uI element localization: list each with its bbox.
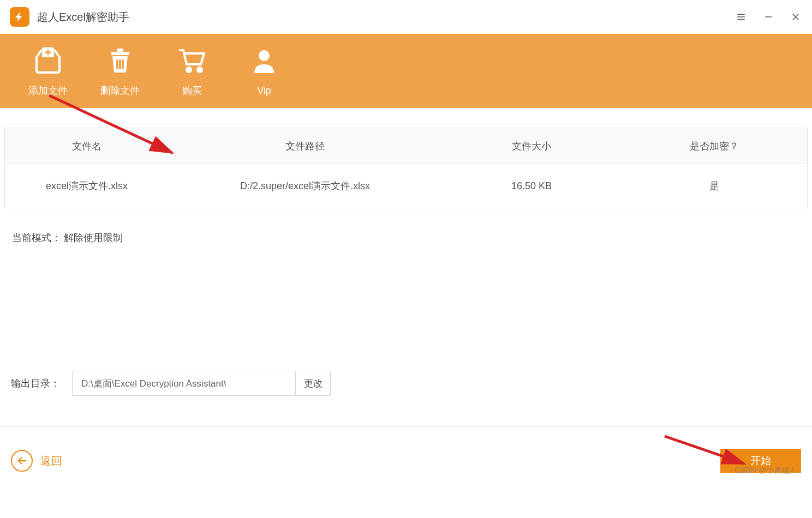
delete-file-button[interactable]: 删除文件 [98, 45, 142, 97]
app-title: 超人Excel解密助手 [37, 10, 129, 25]
svg-rect-9 [111, 52, 129, 55]
back-label: 返回 [40, 454, 62, 468]
svg-rect-13 [122, 59, 124, 69]
purchase-button[interactable]: 购买 [170, 45, 214, 97]
cell-path: D:/2.super/excel演示文件.xlsx [169, 179, 441, 192]
back-button[interactable]: 返回 [11, 450, 62, 472]
user-icon [252, 46, 276, 76]
col-name: 文件名 [5, 140, 169, 153]
watermark: CSDN @小奥超人 [735, 466, 797, 475]
close-icon[interactable] [789, 10, 802, 23]
back-arrow-icon [11, 450, 33, 472]
svg-rect-12 [119, 59, 121, 69]
output-box: 更改 [72, 371, 331, 396]
col-path: 文件路径 [169, 140, 441, 153]
output-label: 输出目录： [11, 377, 60, 390]
mode-label: 当前模式： [12, 232, 61, 243]
menu-icon[interactable] [735, 10, 748, 23]
change-output-button[interactable]: 更改 [295, 371, 330, 395]
minimize-icon[interactable] [762, 10, 775, 23]
toolbar: 添加文件 删除文件 购买 [0, 34, 812, 108]
vip-label: Vip [257, 85, 271, 97]
cell-name: excel演示文件.xlsx [5, 179, 169, 192]
vip-button[interactable]: Vip [242, 46, 286, 97]
cart-icon [178, 45, 206, 75]
output-directory-row: 输出目录： 更改 [11, 371, 331, 396]
purchase-label: 购买 [182, 84, 202, 97]
col-size: 文件大小 [441, 140, 622, 153]
cell-size: 16.50 KB [441, 180, 622, 192]
output-path-input[interactable] [73, 371, 295, 395]
svg-point-15 [198, 68, 202, 72]
svg-rect-11 [116, 59, 118, 69]
mode-value: 解除使用限制 [64, 232, 123, 243]
window-controls [735, 10, 802, 23]
table-header: 文件名 文件路径 文件大小 是否加密？ [5, 128, 807, 164]
add-file-label: 添加文件 [28, 84, 68, 97]
footer-separator [0, 426, 812, 427]
title-left: 超人Excel解密助手 [10, 7, 129, 27]
table-row[interactable]: excel演示文件.xlsx D:/2.super/excel演示文件.xlsx… [5, 164, 807, 208]
svg-point-14 [187, 68, 191, 72]
col-encrypted: 是否加密？ [622, 140, 807, 153]
titlebar: 超人Excel解密助手 [0, 0, 812, 34]
content-area: 文件名 文件路径 文件大小 是否加密？ excel演示文件.xlsx D:/2.… [0, 108, 812, 244]
footer: 返回 开始 [0, 442, 812, 480]
file-table: 文件名 文件路径 文件大小 是否加密？ excel演示文件.xlsx D:/2.… [4, 128, 808, 208]
delete-file-label: 删除文件 [100, 84, 140, 97]
add-file-icon [33, 45, 63, 75]
trash-icon [108, 45, 133, 75]
mode-line: 当前模式： 解除使用限制 [12, 231, 808, 244]
app-logo-icon [10, 7, 29, 27]
add-file-button[interactable]: 添加文件 [26, 45, 70, 97]
svg-rect-10 [117, 49, 123, 52]
cell-encrypted: 是 [622, 179, 807, 192]
svg-point-16 [259, 50, 270, 61]
